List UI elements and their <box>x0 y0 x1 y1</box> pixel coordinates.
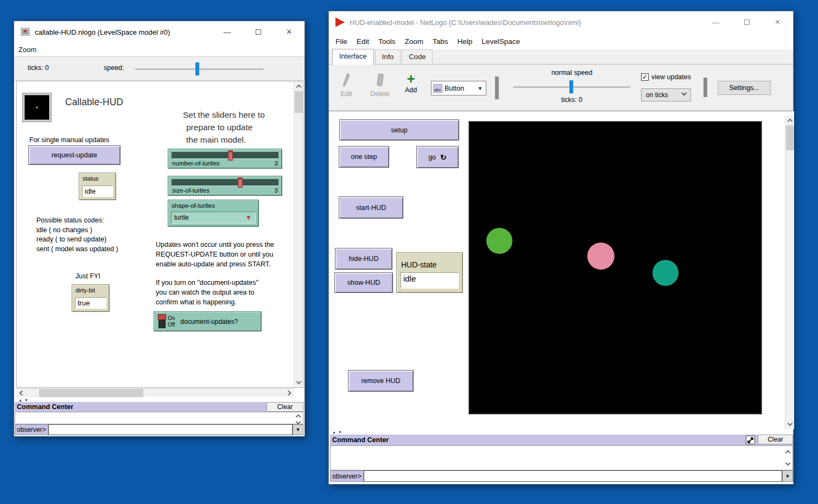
just-fyi-note: Just FYI <box>75 271 100 281</box>
number-of-turtles-value: 3 <box>275 160 278 167</box>
shape-of-turtles-value[interactable]: turtle ▼ <box>171 212 256 224</box>
menu-zoom[interactable]: Zoom <box>405 37 424 46</box>
left-observer-prompt: observer> <box>15 424 48 435</box>
status-codes-note: Possible status codes: idle ( no changes… <box>36 216 118 254</box>
menu-zoom[interactable]: Zoom <box>18 46 36 54</box>
turtle-circle <box>486 228 512 254</box>
right-observer-row: observer> ▼ <box>330 470 793 482</box>
right-command-center-header[interactable]: Command Center <box>330 435 793 445</box>
size-of-turtles-value: 3 <box>275 187 278 194</box>
left-toolbar: ticks: 0 speed: <box>14 57 305 81</box>
sliders-note: Set the sliders here to prepare to updat… <box>183 109 265 146</box>
add-plus-icon: + <box>400 71 422 86</box>
number-of-turtles-slider[interactable]: number-of-turtles 3 <box>168 149 282 169</box>
right-command-output[interactable] <box>330 445 793 470</box>
menu-edit[interactable]: Edit <box>357 37 369 46</box>
update-mode-dropdown[interactable]: on ticks <box>641 88 691 101</box>
model-title-note: Callable-HUD <box>65 97 123 108</box>
right-window-title: HUD-enabled-model - NetLogo {C:\Users\wa… <box>350 18 581 27</box>
size-of-turtles-slider[interactable]: size-of-turtles 3 <box>168 176 282 196</box>
right-splitter-handle[interactable]: ▲ ▼ <box>332 430 343 434</box>
document-updates-switch[interactable]: On Off document-updates? <box>154 311 262 331</box>
left-interface-vscrollbar[interactable] <box>294 81 303 387</box>
number-of-turtles-slider-handle[interactable] <box>228 150 233 161</box>
right-command-input[interactable] <box>364 470 782 482</box>
start-hud-button[interactable]: start-HUD <box>339 196 403 219</box>
one-step-button[interactable]: one step <box>339 146 389 168</box>
left-interface-hscrollbar[interactable] <box>16 388 294 397</box>
switch-lever[interactable] <box>158 315 166 328</box>
widget-type-selector[interactable]: abc Button ▼ <box>431 81 486 95</box>
tab-interface[interactable]: Interface <box>332 49 374 65</box>
size-of-turtles-slider-handle[interactable] <box>238 177 243 188</box>
mini-world-view[interactable] <box>23 93 51 122</box>
menu-levelspace[interactable]: LevelSpace <box>481 37 520 46</box>
left-interface-area: Callable-HUD For single manual updates r… <box>16 81 303 388</box>
turtle-circle <box>652 260 679 286</box>
abc-button-icon: abc <box>433 84 442 93</box>
speed-slider-handle[interactable] <box>569 80 573 93</box>
menu-help[interactable]: Help <box>458 37 473 46</box>
eraser-icon <box>376 72 384 88</box>
maximize-button[interactable] <box>243 21 274 43</box>
setup-button[interactable]: setup <box>339 119 459 141</box>
right-observer-prompt: observer> <box>330 470 364 482</box>
menu-tabs[interactable]: Tabs <box>433 37 448 46</box>
left-command-input[interactable] <box>48 424 293 435</box>
left-window-title: callable-HUD.nlogo (LevelSpace model #0) <box>35 28 170 36</box>
menu-file[interactable]: File <box>335 37 347 46</box>
pencil-icon <box>342 72 351 88</box>
go-button[interactable]: go ↻ <box>416 146 459 168</box>
tab-code[interactable]: Code <box>402 49 433 64</box>
dirty-bit-monitor: dirty-bit true <box>72 284 110 312</box>
request-update-button[interactable]: request-update <box>28 145 121 165</box>
turtle-circle <box>587 243 614 270</box>
left-observer-row: observer> ▼ <box>15 424 303 435</box>
world-view[interactable] <box>470 122 761 413</box>
close-button[interactable]: × <box>274 21 305 43</box>
left-titlebar[interactable]: callable-HUD.nlogo (LevelSpace model #0)… <box>14 21 305 43</box>
status-monitor-value: idle <box>82 186 113 197</box>
right-ticks-counter: ticks: 0 <box>513 96 630 104</box>
right-tabbar: Interface Info Code <box>329 49 793 65</box>
maximize-button[interactable] <box>731 11 762 33</box>
left-command-output[interactable] <box>15 412 303 424</box>
chevron-down-icon: ▼ <box>478 86 483 91</box>
hide-hud-button[interactable]: hide-HUD <box>335 248 392 270</box>
right-interface-vscrollbar[interactable] <box>785 116 794 429</box>
right-titlebar[interactable]: HUD-enabled-model - NetLogo {C:\Users\wa… <box>329 11 793 33</box>
right-toolbar: Edit Delete + Add abc Button ▼ normal sp… <box>329 65 793 111</box>
add-tool[interactable]: + Add <box>400 71 422 94</box>
hud-state-monitor-value: idle <box>401 272 459 289</box>
right-history-dropdown[interactable]: ▼ <box>782 470 793 482</box>
toolbar-separator <box>703 78 707 97</box>
left-speed-slider-track[interactable] <box>135 68 264 70</box>
view-updates-checkbox[interactable]: ✓ view updates <box>641 73 691 81</box>
menu-tools[interactable]: Tools <box>378 37 396 46</box>
chooser-dropdown-icon: ▼ <box>245 214 252 221</box>
normal-speed-label: normal speed <box>513 69 630 76</box>
settings-button[interactable]: Settings... <box>718 81 771 95</box>
right-clear-button[interactable]: Clear <box>758 435 793 444</box>
mini-turtle-dot <box>36 107 38 109</box>
minimize-button[interactable]: — <box>700 11 731 33</box>
left-splitter-handle[interactable]: ▲ ▼ <box>18 398 29 402</box>
left-ticks-counter: ticks: 0 <box>28 64 49 72</box>
left-command-center-header[interactable]: Command Center <box>15 402 267 412</box>
remove-hud-button[interactable]: remove HUD <box>348 370 414 392</box>
expand-command-center-icon[interactable] <box>746 436 755 444</box>
left-speed-label: speed: <box>104 64 124 72</box>
show-hud-button[interactable]: show-HUD <box>334 272 393 293</box>
desktop: { "colors": { "desktop_blue": "#0c58a8",… <box>0 0 818 504</box>
document-note: If you turn on "document-updates" you ca… <box>156 278 258 307</box>
shape-of-turtles-chooser[interactable]: shape-of-turtles turtle ▼ <box>168 200 259 227</box>
delete-tool: Delete <box>367 72 393 98</box>
netlogo-main-window: HUD-enabled-model - NetLogo {C:\Users\wa… <box>328 11 794 484</box>
left-history-dropdown[interactable]: ▼ <box>293 424 303 435</box>
edit-tool: Edit <box>335 72 357 98</box>
tab-info[interactable]: Info <box>375 49 401 64</box>
minimize-button[interactable]: — <box>212 21 243 43</box>
close-button[interactable]: × <box>762 11 793 33</box>
levelspace-model-window: callable-HUD.nlogo (LevelSpace model #0)… <box>14 21 305 437</box>
left-speed-slider-handle[interactable] <box>195 62 199 75</box>
